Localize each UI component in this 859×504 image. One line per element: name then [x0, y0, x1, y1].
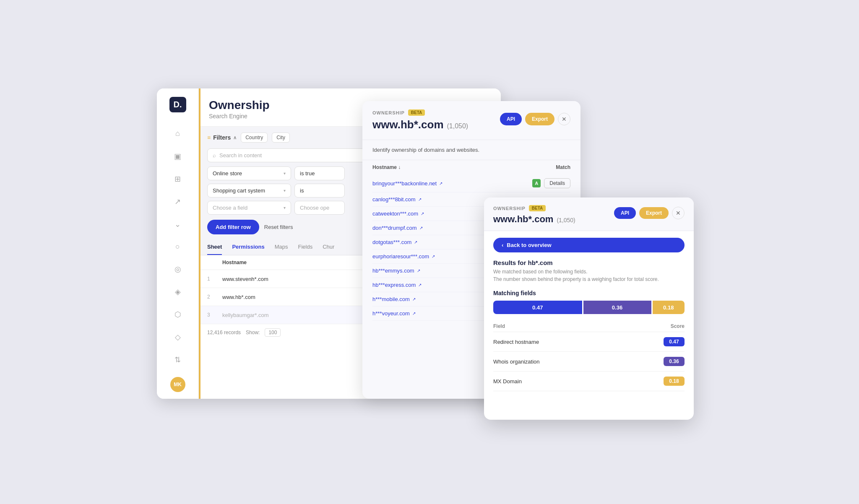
ownership-badge: OWNERSHIP BETA: [372, 109, 468, 116]
score-bar-purple: 0.36: [583, 301, 651, 314]
external-link-icon: ↗: [418, 197, 422, 202]
search-placeholder: Search in content: [219, 152, 262, 158]
hostname-link-8[interactable]: h***mobile.com ↗: [372, 296, 416, 302]
column-headers: Hostname ↓ Match: [362, 160, 580, 173]
filter-field-1[interactable]: Online store ▾: [207, 166, 291, 180]
score-ownership-label: OWNERSHIP: [493, 206, 526, 211]
score-panel-actions: API Export ✕: [614, 207, 685, 219]
score-table-row-1: Whois organization 0.36: [493, 352, 685, 372]
results-title: Results for hb*.com: [484, 256, 694, 268]
domain-count: (1,050): [447, 122, 469, 130]
external-link-icon: ↗: [412, 297, 416, 301]
filter-field-2[interactable]: Shopping cart system ▾: [207, 184, 291, 197]
score-export-button[interactable]: Export: [639, 207, 669, 219]
filter-operator-1[interactable]: is true: [294, 166, 345, 180]
sidebar-icon-folder[interactable]: ▣: [172, 151, 184, 162]
score-ownership-badge: OWNERSHIP BETA: [493, 205, 575, 211]
detail-panel-actions: API Export ✕: [500, 113, 570, 125]
external-link-icon: ↗: [432, 254, 435, 259]
sidebar-icon-tag[interactable]: ◈: [172, 286, 184, 297]
api-button[interactable]: API: [500, 113, 522, 125]
footer-count[interactable]: 100: [265, 328, 281, 337]
footer-show: Show:: [246, 330, 260, 335]
score-bar-blue: 0.47: [493, 301, 582, 314]
close-button[interactable]: ✕: [558, 113, 570, 125]
sidebar-icon-chart[interactable]: ↗: [172, 196, 184, 207]
filter-operator-2[interactable]: is: [294, 184, 345, 197]
app-logo[interactable]: D.: [169, 97, 186, 112]
back-to-overview-button[interactable]: ‹ Back to overview: [493, 238, 685, 252]
chevron-down-icon-3: ▾: [284, 205, 286, 210]
user-avatar[interactable]: MK: [170, 377, 185, 392]
external-link-icon: ↗: [421, 211, 424, 216]
field-name-1: Whois organization: [493, 359, 540, 365]
score-table-header: Field Score: [493, 321, 685, 332]
tab-chur[interactable]: Chur: [323, 239, 334, 255]
hostname-link-2[interactable]: catweekton***.com ↗: [372, 210, 424, 217]
add-filter-button[interactable]: Add filter row: [207, 220, 259, 234]
hostname-link-9[interactable]: h***voyeur.com ↗: [372, 310, 416, 317]
filter-tag-city[interactable]: City: [272, 132, 290, 143]
search-icon: ⌕: [213, 152, 216, 158]
reset-filters-button[interactable]: Reset filters: [264, 224, 293, 230]
export-button[interactable]: Export: [525, 113, 554, 125]
score-header: OWNERSHIP BETA www.hb*.com (1,050) API E…: [484, 197, 694, 231]
domain-title: www.hb*.com: [372, 118, 444, 131]
matching-title: Matching fields: [484, 288, 694, 301]
score-bar-yellow: 0.18: [653, 301, 685, 314]
external-link-icon: ↗: [418, 283, 422, 287]
score-table-row-0: Redirect hostname 0.47: [493, 332, 685, 352]
score-count: (1,050): [557, 217, 575, 223]
sidebar-icon-chevron[interactable]: ⌄: [172, 219, 184, 230]
tab-maps[interactable]: Maps: [275, 239, 288, 255]
tab-sheet[interactable]: Sheet: [207, 239, 222, 255]
hostname-link-3[interactable]: don***drumpf.com ↗: [372, 225, 423, 231]
score-table-row-2: MX Domain 0.18: [493, 372, 685, 391]
beta-badge: BETA: [408, 109, 425, 116]
chevron-down-icon: ▾: [284, 171, 286, 176]
field-name-2: MX Domain: [493, 378, 522, 384]
sidebar-icon-shield[interactable]: ⬡: [172, 309, 184, 320]
tab-fields[interactable]: Fields: [298, 239, 313, 255]
col-hostname-label: Hostname ↓: [372, 164, 401, 170]
detail-header: OWNERSHIP BETA www.hb*.com (1,050) API E…: [362, 101, 580, 140]
external-link-icon: ↗: [414, 240, 417, 244]
hostname-link-1[interactable]: canlog***8bit.com ↗: [372, 196, 422, 203]
score-table: Field Score Redirect hostname 0.47 Whois…: [484, 321, 694, 420]
ownership-label: OWNERSHIP: [372, 110, 405, 115]
external-link-icon: ↗: [417, 268, 420, 273]
detail-description: Identify ownership of domains and websit…: [362, 140, 580, 160]
sidebar-icon-table[interactable]: ⊞: [172, 174, 184, 184]
score-value-2: 0.18: [664, 377, 685, 386]
chevron-down-icon-2: ▾: [284, 188, 286, 193]
filter-tag-country[interactable]: Country: [241, 132, 268, 143]
hostname-link-6[interactable]: hb***emmys.com ↗: [372, 268, 420, 274]
filter-operator-3[interactable]: Choose ope: [294, 201, 345, 215]
tab-permissions[interactable]: Permissions: [232, 239, 264, 255]
sidebar-icon-gem[interactable]: ◇: [172, 332, 184, 343]
sidebar-icon-home[interactable]: ⌂: [172, 128, 184, 139]
filter-field-3[interactable]: Choose a field ▾: [207, 201, 291, 215]
external-link-icon: ↗: [439, 181, 443, 186]
hostname-link-7[interactable]: hb***express.com ↗: [372, 282, 422, 288]
yellow-accent-bar: [199, 88, 200, 399]
match-badge-0: A: [532, 179, 541, 187]
external-link-icon: ↗: [412, 311, 416, 316]
col-score-label: Score: [671, 323, 685, 329]
list-item: bringyour***backonline.net ↗ A Details: [372, 174, 570, 192]
score-value-0: 0.47: [664, 337, 685, 346]
hostname-link-5[interactable]: eurphoriaresour***.com ↗: [372, 253, 435, 260]
hostname-link-0[interactable]: bringyour***backonline.net ↗: [372, 180, 443, 187]
sidebar-icon-search[interactable]: ○: [172, 242, 184, 252]
score-close-button[interactable]: ✕: [672, 207, 685, 219]
filters-label: ≡ Filters ∧: [207, 134, 237, 141]
score-api-button[interactable]: API: [614, 207, 636, 219]
sidebar-icon-filter[interactable]: ⇅: [172, 354, 184, 365]
col-match-label: Match: [556, 164, 570, 170]
score-value-1: 0.36: [664, 357, 685, 366]
hostname-link-4[interactable]: dotgotas***.com ↗: [372, 239, 417, 245]
sidebar-icon-eye[interactable]: ◎: [172, 264, 184, 275]
footer-records: 12,416 records: [207, 330, 241, 335]
results-desc: We matched based on the following fields…: [484, 268, 694, 288]
details-button-0[interactable]: Details: [544, 178, 570, 188]
